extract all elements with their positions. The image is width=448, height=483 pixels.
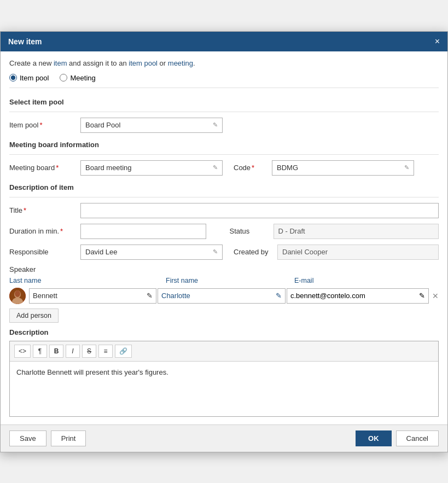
responsible-edit-icon[interactable]: ✎ [213, 248, 218, 255]
lastname-edit-icon[interactable]: ✎ [147, 292, 153, 300]
editor-content[interactable]: Charlotte Bennett will present this year… [10, 362, 438, 416]
firstname-col-header: First name [157, 277, 286, 284]
meeting-board-field[interactable]: Board meeting ✎ [80, 160, 223, 176]
responsible-createdby-row: Responsible David Lee ✎ Created by Danie… [9, 245, 439, 260]
description-of-item-section: Description of item Title* Sales and gro… [9, 181, 439, 260]
status-field: D - Draft [274, 224, 439, 239]
select-item-pool-section: Select item pool Item pool* Board Pool ✎ [9, 96, 439, 133]
duration-status-row: Duration in min.* 30 Status D - Draft [9, 224, 439, 239]
title-label: Title* [9, 206, 75, 214]
meeting-board-edit-icon[interactable]: ✎ [213, 164, 218, 171]
email-edit-icon[interactable]: ✎ [419, 292, 425, 300]
avatar-image [9, 288, 26, 304]
section-divider-3 [9, 197, 439, 197]
radio-meeting[interactable]: Meeting [60, 74, 95, 82]
item-pool-label: Item pool* [9, 121, 75, 129]
firstname-edit-icon[interactable]: ✎ [276, 292, 282, 300]
italic-btn[interactable]: I [66, 345, 80, 358]
title-input[interactable]: Sales and growth in the current financia… [80, 203, 439, 218]
editor-container: <> ¶ B I S ≡ 🔗 Charlotte Bennett will pr… [9, 341, 439, 417]
list-btn[interactable]: ≡ [98, 345, 113, 358]
radio-item-pool-label: Item pool [20, 74, 49, 82]
email-col-header: E-mail [286, 277, 439, 284]
duration-label: Duration in min.* [9, 227, 75, 235]
svg-point-3 [15, 290, 20, 297]
speaker-firstname-field[interactable]: Charlotte ✎ [158, 288, 286, 304]
remove-speaker-icon[interactable]: ✕ [432, 292, 439, 300]
new-item-dialog: New item × Create a new item and assign … [0, 31, 448, 452]
item-link[interactable]: item [54, 59, 67, 67]
footer-left: Save Print [9, 430, 86, 446]
meeting-board-title: Meeting board information [9, 138, 439, 149]
radio-group: Item pool Meeting [9, 74, 439, 88]
link-btn[interactable]: 🔗 [115, 345, 132, 358]
meeting-board-label: Meeting board* [9, 164, 75, 172]
speaker-row: Bennett ✎ Charlotte ✎ c.bennett@contelo.… [9, 288, 439, 304]
code-btn[interactable]: <> [14, 345, 31, 358]
intro-text: Create a new item and assign it to an it… [9, 59, 439, 67]
description-label: Description [9, 328, 439, 336]
status-label: Status [230, 227, 268, 235]
item-pool-field[interactable]: Board Pool ✎ [80, 118, 223, 133]
responsible-field[interactable]: David Lee ✎ [80, 245, 223, 260]
speaker-email-field[interactable]: c.bennett@contelo.com ✎ [287, 288, 429, 304]
save-button[interactable]: Save [9, 430, 46, 446]
avatar [9, 288, 26, 304]
item-pool-link[interactable]: item pool [129, 59, 158, 67]
radio-meeting-input[interactable] [60, 74, 67, 82]
speaker-lastname-field[interactable]: Bennett ✎ [29, 288, 156, 304]
dialog-header: New item × [1, 32, 447, 51]
strikethrough-btn[interactable]: S [82, 345, 96, 358]
radio-item-pool-input[interactable] [9, 74, 17, 82]
dialog-body: Create a new item and assign it to an it… [1, 51, 447, 424]
ok-button[interactable]: OK [356, 430, 392, 446]
footer-right: OK Cancel [356, 430, 439, 446]
item-pool-edit-icon[interactable]: ✎ [213, 121, 218, 129]
speaker-column-headers: Last name First name E-mail [9, 277, 439, 284]
paragraph-btn[interactable]: ¶ [33, 345, 47, 358]
created-by-field: Daniel Cooper [277, 245, 439, 260]
section-divider-2 [9, 154, 439, 155]
speaker-section: Speaker Last name First name E-mail [9, 265, 439, 323]
code-edit-icon[interactable]: ✎ [404, 164, 409, 171]
select-item-pool-title: Select item pool [9, 96, 439, 106]
add-person-button[interactable]: Add person [9, 309, 59, 323]
dialog-title: New item [8, 37, 42, 46]
responsible-label: Responsible [9, 248, 75, 256]
code-field[interactable]: BDMG ✎ [272, 160, 414, 176]
item-pool-row: Item pool* Board Pool ✎ [9, 118, 439, 133]
section-divider-1 [9, 112, 439, 112]
duration-input[interactable]: 30 [80, 224, 206, 239]
cancel-button[interactable]: Cancel [396, 430, 439, 446]
code-label: Code* [234, 164, 266, 172]
editor-toolbar: <> ¶ B I S ≡ 🔗 [10, 341, 438, 362]
description-section: Description <> ¶ B I S ≡ 🔗 Charlotte Ben… [9, 328, 439, 417]
bold-btn[interactable]: B [49, 345, 63, 358]
meeting-link[interactable]: meeting [168, 59, 193, 67]
close-icon[interactable]: × [435, 37, 440, 46]
description-of-item-title: Description of item [9, 181, 439, 191]
speaker-label: Speaker [9, 265, 439, 273]
radio-meeting-label: Meeting [70, 74, 95, 82]
print-button[interactable]: Print [51, 430, 86, 446]
meeting-board-row: Meeting board* Board meeting ✎ Code* BDM… [9, 160, 439, 176]
title-row: Title* Sales and growth in the current f… [9, 203, 439, 218]
radio-item-pool[interactable]: Item pool [9, 74, 49, 82]
meeting-board-section: Meeting board information Meeting board*… [9, 138, 439, 176]
lastname-col-header: Last name [9, 277, 157, 284]
created-by-label: Created by [234, 248, 272, 256]
dialog-footer: Save Print OK Cancel [1, 424, 447, 452]
